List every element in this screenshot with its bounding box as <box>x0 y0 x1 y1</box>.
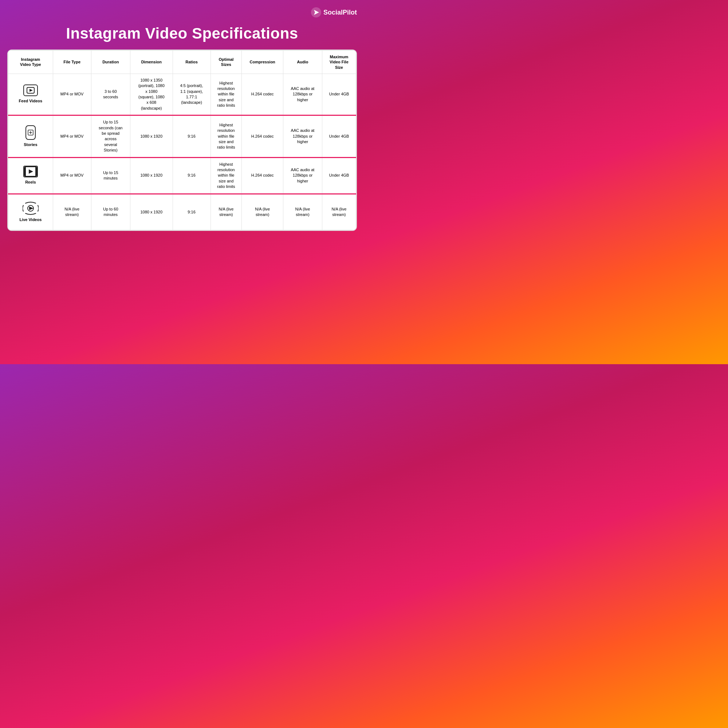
duration-cell: 3 to 60 seconds <box>91 73 130 115</box>
col-header-dimension: Dimension <box>130 50 173 74</box>
duration-cell: Up to 15 seconds (can be spread across s… <box>91 115 130 158</box>
file-type-cell: MP4 or MOV <box>53 115 91 158</box>
file-type-cell: N/A (live stream) <box>53 194 91 230</box>
audio-cell: AAC audio at 128kbps or higher <box>283 73 322 115</box>
col-header-compression: Compression <box>242 50 283 74</box>
max-file-size-cell: Under 4GB <box>322 158 356 194</box>
audio-cell: N/A (live stream) <box>283 194 322 230</box>
ratios-cell: 4:5 (portrait), 1:1 (square), 1.77:1 (la… <box>173 73 211 115</box>
col-header-ratios: Ratios <box>173 50 211 74</box>
table-row: Live Videos N/A (live stream)Up to 60 mi… <box>8 194 356 230</box>
optimal-sizes-cell: Highest resolution within file size and … <box>211 73 242 115</box>
dimension-cell: 1080 x 1920 <box>130 158 173 194</box>
brand: SocialPilot <box>311 7 357 17</box>
max-file-size-cell: N/A (live stream) <box>322 194 356 230</box>
duration-cell: Up to 60 minutes <box>91 194 130 230</box>
compression-cell: H.264 codec <box>242 73 283 115</box>
svg-rect-8 <box>24 167 26 176</box>
dimension-cell: 1080 x 1920 <box>130 194 173 230</box>
table-row: Feed Videos MP4 or MOV3 to 60 seconds108… <box>8 73 356 115</box>
dimension-cell: 1080 x 1350 (portrait), 1080 x 1080 (squ… <box>130 73 173 115</box>
table-container: InstagramVideo Type File Type Duration D… <box>7 49 357 231</box>
stories-icon <box>26 125 36 140</box>
file-type-cell: MP4 or MOV <box>53 158 91 194</box>
file-type-cell: MP4 or MOV <box>53 73 91 115</box>
ratios-cell: 9:16 <box>173 194 211 230</box>
type-cell-2: Reels <box>8 158 53 194</box>
page-title: Instagram Video Specifications <box>66 25 298 42</box>
type-cell-3: Live Videos <box>8 194 53 230</box>
header: SocialPilot <box>7 7 357 17</box>
ratios-cell: 9:16 <box>173 115 211 158</box>
max-file-size-cell: Under 4GB <box>322 115 356 158</box>
ratios-cell: 9:16 <box>173 158 211 194</box>
type-label: Reels <box>25 179 36 185</box>
max-file-size-cell: Under 4GB <box>322 73 356 115</box>
optimal-sizes-cell: Highest resolution within file size and … <box>211 115 242 158</box>
col-header-filetype: File Type <box>53 50 91 74</box>
col-header-duration: Duration <box>91 50 130 74</box>
brand-icon <box>311 7 321 17</box>
brand-name: SocialPilot <box>323 9 357 16</box>
col-header-type: InstagramVideo Type <box>8 50 53 74</box>
type-label: Feed Videos <box>19 98 43 104</box>
table-row: Reels MP4 or MOVUp to 15 minutes1080 x 1… <box>8 158 356 194</box>
audio-cell: AAC audio at 128kbps or higher <box>283 115 322 158</box>
specs-table: InstagramVideo Type File Type Duration D… <box>8 50 356 230</box>
optimal-sizes-cell: Highest resolution within file size and … <box>211 158 242 194</box>
compression-cell: N/A (live stream) <box>242 194 283 230</box>
reels-icon <box>23 166 38 177</box>
type-cell-0: Feed Videos <box>8 73 53 115</box>
optimal-sizes-cell: N/A (live stream) <box>211 194 242 230</box>
type-cell-1: Stories <box>8 115 53 158</box>
col-header-maxsize: MaximumVideo FileSize <box>322 50 356 74</box>
audio-cell: AAC audio at 128kbps or higher <box>283 158 322 194</box>
col-header-audio: Audio <box>283 50 322 74</box>
type-label: Stories <box>24 142 37 147</box>
feed-icon <box>23 84 38 96</box>
duration-cell: Up to 15 minutes <box>91 158 130 194</box>
type-label: Live Videos <box>19 217 41 223</box>
table-header-row: InstagramVideo Type File Type Duration D… <box>8 50 356 74</box>
dimension-cell: 1080 x 1920 <box>130 115 173 158</box>
table-row: Stories MP4 or MOVUp to 15 seconds (can … <box>8 115 356 158</box>
svg-marker-10 <box>29 169 33 174</box>
compression-cell: H.264 codec <box>242 115 283 158</box>
svg-marker-3 <box>29 89 33 92</box>
svg-rect-9 <box>35 167 37 176</box>
col-header-optimal: OptimalSizes <box>211 50 242 74</box>
live-icon <box>23 202 38 215</box>
compression-cell: H.264 codec <box>242 158 283 194</box>
